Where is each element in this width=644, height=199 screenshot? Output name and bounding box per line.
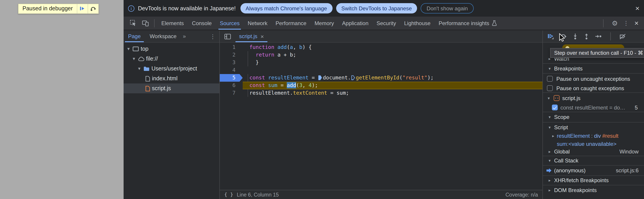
caret-down-icon: ▾ — [546, 96, 551, 100]
step-out-button[interactable] — [584, 33, 589, 39]
line-number[interactable]: 6 — [220, 82, 243, 89]
code-line-2[interactable]: 2 return a + b; — [220, 51, 542, 59]
mouse-cursor — [559, 33, 565, 42]
continue-to-location-marker[interactable] — [351, 75, 355, 80]
frame-location: script.js:6 — [616, 167, 644, 174]
code-line-4[interactable]: 4 — [220, 66, 542, 74]
inspect-element-button[interactable] — [127, 20, 139, 26]
code-line-6-execution-line[interactable]: 6 const sum = add(3, 4); — [220, 82, 542, 89]
js-file-icon: ‹› — [554, 95, 560, 101]
tab-elements[interactable]: Elements — [157, 16, 188, 30]
code-text: resultElement.textContent = sum; — [243, 89, 542, 97]
screenshot-root: Paused in debugger i DevTools is now ava… — [0, 0, 644, 199]
panel-tabs: Elements Console Sources Network Perform… — [157, 16, 501, 30]
paused-banner-label: Paused in debugger — [18, 4, 77, 13]
navigator-tab-page[interactable]: Page — [124, 30, 145, 42]
caret-down-icon[interactable]: ▼ — [137, 66, 142, 71]
tree-item-index-html[interactable]: index.html — [124, 74, 219, 83]
tab-application[interactable]: Application — [338, 16, 372, 30]
section-xhr-breakpoints[interactable]: ▸ XHR/fetch Breakpoints — [543, 176, 644, 185]
breakpoint-group-label: script.js — [562, 95, 580, 101]
toolbar-right-controls: ⚙ ⋮ × — [600, 19, 644, 27]
scope-var-sum[interactable]: sum: <value unavailable> — [543, 140, 644, 148]
step-over-banner-button[interactable] — [88, 4, 98, 13]
scope-script-group[interactable]: ▾ Script — [543, 123, 644, 132]
code-text: } — [243, 59, 542, 66]
tree-item-file-scheme[interactable]: ▼ file:// — [124, 54, 219, 64]
selected-token-add: add — [287, 82, 296, 88]
devtools-close-button[interactable]: × — [634, 19, 638, 27]
more-tabs-chevron-icon[interactable]: » — [181, 33, 188, 39]
tab-console[interactable]: Console — [188, 16, 216, 30]
section-label: XHR/fetch Breakpoints — [554, 177, 609, 184]
tab-memory[interactable]: Memory — [310, 16, 338, 30]
more-options-button[interactable]: ⋮ — [623, 20, 629, 26]
section-dom-breakpoints[interactable]: ▸ DOM Breakpoints — [543, 185, 644, 195]
paused-in-debugger-banner: Paused in debugger — [18, 3, 99, 14]
line-number[interactable]: 3 — [220, 59, 243, 66]
code-editor[interactable]: 1 function add(a, b) { 2 return a + b; 3… — [220, 43, 542, 190]
file-html-icon — [145, 76, 150, 81]
pause-on-uncaught-checkbox[interactable] — [547, 76, 553, 82]
cloud-icon — [138, 56, 144, 61]
navigator-menu-button[interactable]: ⋮ — [206, 33, 219, 40]
tab-network[interactable]: Network — [244, 16, 272, 30]
caret-down-icon[interactable]: ▼ — [126, 47, 131, 51]
section-call-stack[interactable]: ▾ Call Stack — [543, 156, 644, 166]
tree-item-label: Users/user/project — [152, 65, 197, 72]
scope-var-resultElement[interactable]: ▸ resultElement: div#result — [543, 132, 644, 140]
breakpoint-entry[interactable]: const resultElement = doc⋯ 5 — [543, 103, 644, 112]
code-line-1[interactable]: 1 function add(a, b) { — [220, 43, 542, 51]
section-breakpoints[interactable]: ▾ Breakpoints — [543, 64, 644, 74]
pretty-print-icon[interactable]: { } — [224, 192, 233, 198]
always-match-language-button[interactable]: Always match Chrome's language — [240, 3, 332, 13]
kebab-menu-icon: ⋮ — [623, 20, 629, 26]
infobar-close-button[interactable]: × — [635, 5, 640, 12]
tab-close-icon[interactable]: × — [260, 33, 264, 40]
breakpoint-enabled-checkbox[interactable] — [552, 105, 558, 110]
step-button[interactable] — [595, 34, 602, 39]
close-icon: × — [634, 19, 638, 27]
tab-lighthouse[interactable]: Lighthouse — [400, 16, 434, 30]
resume-script-button[interactable] — [548, 33, 554, 39]
code-line-5[interactable]: 5 const resultElement = document.getElem… — [220, 74, 542, 82]
code-line-7[interactable]: 7 resultElement.textContent = sum; — [220, 89, 542, 97]
step-out-icon — [584, 33, 589, 39]
editor-tab-script-js[interactable]: script.js × — [234, 30, 268, 42]
deactivate-breakpoints-button[interactable] — [619, 33, 626, 39]
step-over-tooltip: Step over next function call - F10 - ⌘ ' — [550, 48, 644, 58]
cursor-position: Line 6, Column 15 — [237, 192, 279, 197]
navigator-tab-workspace[interactable]: Workspace — [145, 30, 181, 42]
tab-performance[interactable]: Performance — [272, 16, 310, 30]
resume-script-button[interactable] — [77, 4, 88, 13]
breakpoint-group-script-js[interactable]: ▾ ‹› script.js — [543, 93, 644, 103]
code-text: return a + b; — [243, 51, 542, 59]
line-number[interactable]: 4 — [220, 66, 243, 74]
scope-global-group[interactable]: ▸ Global Window — [543, 148, 644, 156]
tab-security[interactable]: Security — [372, 16, 400, 30]
tree-item-script-js[interactable]: script.js — [124, 83, 219, 93]
tree-item-label: top — [141, 46, 148, 52]
dont-show-again-button[interactable]: Don't show again — [421, 3, 474, 13]
line-number[interactable]: 2 — [220, 51, 243, 59]
caret-down-icon[interactable]: ▼ — [132, 56, 136, 61]
pause-on-caught-checkbox[interactable] — [547, 85, 553, 91]
hide-navigator-button[interactable] — [222, 33, 234, 39]
section-scope[interactable]: ▾ Scope — [543, 112, 644, 123]
line-number[interactable]: 7 — [220, 89, 243, 97]
continue-to-location-marker[interactable] — [318, 75, 322, 80]
line-number[interactable]: 1 — [220, 43, 243, 51]
tab-performance-insights[interactable]: Performance insights — [434, 16, 501, 30]
call-stack-frame[interactable]: (anonymous) script.js:6 — [543, 166, 644, 176]
device-toolbar-button[interactable] — [139, 20, 152, 26]
switch-to-japanese-button[interactable]: Switch DevTools to Japanese — [336, 3, 417, 13]
breakpoint-line-marker[interactable]: 5 — [220, 74, 243, 82]
tab-sources[interactable]: Sources — [216, 16, 244, 30]
tree-item-project-folder[interactable]: ▼ Users/user/project — [124, 64, 219, 74]
code-line-3[interactable]: 3 } — [220, 59, 542, 66]
file-tree: ▼ top ▼ file:// ▼ — [124, 43, 219, 93]
step-into-button[interactable] — [572, 33, 578, 39]
editor-status-bar: { } Line 6, Column 15 Coverage: n/a — [220, 190, 542, 199]
settings-button[interactable]: ⚙ — [612, 19, 618, 27]
tree-item-top[interactable]: ▼ top — [124, 44, 219, 54]
